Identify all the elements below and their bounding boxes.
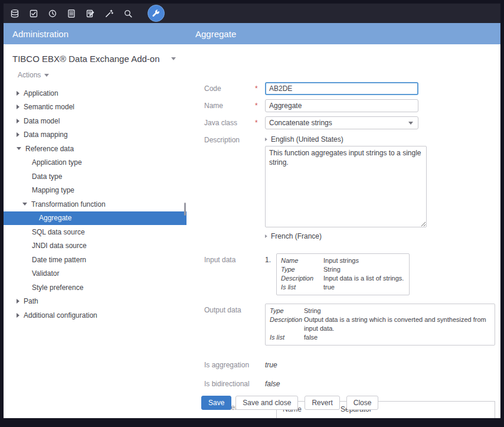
- locale-toggle-english[interactable]: English (United States): [265, 135, 427, 144]
- required-marker: *: [255, 99, 265, 110]
- input-data-label: Input data: [204, 253, 255, 264]
- locale-label: French (France): [271, 232, 322, 240]
- tree-item-label: Aggregate: [39, 214, 71, 222]
- sidebar-scrollbar[interactable]: [184, 203, 186, 216]
- tree-item-label: Style preference: [32, 283, 83, 292]
- body: TIBCO EBX® Data Exchange Add-on Actions …: [4, 44, 500, 418]
- field-row-java-class: Java class * Concatenate strings: [204, 116, 500, 129]
- app-frame: Administration Aggregate TIBCO EBX® Data…: [0, 0, 504, 427]
- tree-item-style-preference[interactable]: Style preference: [4, 281, 186, 295]
- chevron-down-icon: [408, 122, 413, 125]
- tree-item-label: Semantic model: [24, 103, 74, 111]
- tree-item-label: Date time pattern: [32, 256, 86, 264]
- tree-item-mapping-type[interactable]: Mapping type: [4, 184, 186, 198]
- save-button[interactable]: Save: [201, 396, 231, 410]
- search-icon[interactable]: [122, 7, 135, 20]
- tree-item-data-model[interactable]: Data model: [4, 114, 186, 128]
- app-window: Administration Aggregate TIBCO EBX® Data…: [4, 4, 500, 418]
- chevron-down-icon: [22, 203, 27, 206]
- kv-value: Input data is a list of strings.: [323, 274, 404, 283]
- chevron-right-icon: [265, 234, 267, 238]
- tree-item-label: Application type: [32, 158, 82, 167]
- tree-item-jndi-data-source[interactable]: JNDI data source: [4, 239, 186, 253]
- magic-wand-icon[interactable]: [103, 7, 116, 20]
- tree-item-label: Application: [24, 89, 58, 97]
- tree-item-application[interactable]: Application: [4, 86, 186, 100]
- checklist-icon[interactable]: [27, 7, 40, 20]
- tree-item-label: Path: [24, 297, 38, 305]
- required-marker: *: [255, 116, 265, 127]
- tree-item-label: Reference data: [25, 145, 74, 153]
- chevron-right-icon: [265, 138, 267, 141]
- kv-key: Description: [281, 274, 323, 283]
- page-header: Administration Aggregate: [4, 23, 500, 44]
- revert-button[interactable]: Revert: [305, 396, 339, 410]
- field-row-description: Description English (United States) This…: [204, 133, 500, 240]
- clock-icon[interactable]: [46, 7, 59, 20]
- chevron-down-icon[interactable]: [171, 57, 176, 60]
- field-row-name: Name *: [204, 99, 500, 112]
- database-icon[interactable]: [8, 7, 21, 20]
- tree-item-path[interactable]: Path: [4, 295, 186, 309]
- tree-item-label: Validator: [32, 269, 59, 278]
- top-toolbar: [4, 4, 500, 23]
- page-title: Aggregate: [186, 23, 500, 44]
- close-button[interactable]: Close: [346, 396, 379, 410]
- chevron-right-icon: [17, 313, 19, 318]
- tree-item-semantic-model[interactable]: Semantic model: [4, 100, 186, 115]
- input-data-table: NameInput strings TypeString Description…: [276, 253, 410, 295]
- tree-item-aggregate[interactable]: Aggregate: [4, 211, 186, 226]
- document-edit-icon[interactable]: [84, 7, 97, 20]
- description-english-textarea[interactable]: This function aggregates input strings t…: [265, 146, 427, 227]
- tree-item-reference-data[interactable]: Reference data: [4, 142, 186, 156]
- tree-item-data-mapping[interactable]: Data mapping: [4, 128, 186, 142]
- kv-value: String: [323, 265, 341, 274]
- save-and-close-button[interactable]: Save and close: [235, 396, 298, 410]
- chevron-down-icon: [44, 74, 49, 77]
- tree-item-date-time-pattern[interactable]: Date time pattern: [4, 253, 186, 267]
- record-form: Code * Name * Java class * Concatenate s…: [186, 44, 500, 418]
- output-data-label: Output data: [204, 304, 255, 314]
- wrench-icon[interactable]: [148, 5, 165, 22]
- kv-key: Description: [270, 315, 304, 333]
- kv-value: String: [304, 307, 321, 315]
- tree-item-label: SQL data source: [32, 228, 85, 236]
- code-input[interactable]: [265, 82, 418, 95]
- chevron-right-icon: [17, 105, 19, 109]
- form-button-bar: Save Save and close Revert Close: [201, 396, 378, 410]
- is-bidirectional-value: false: [265, 377, 280, 388]
- field-row-input-data: Input data 1. NameInput strings TypeStri…: [204, 253, 500, 295]
- java-class-select[interactable]: Concatenate strings: [265, 116, 418, 129]
- kv-value: false: [304, 333, 318, 342]
- document-icon[interactable]: [65, 7, 78, 20]
- java-class-value: Concatenate strings: [269, 119, 332, 127]
- code-label: Code: [204, 82, 255, 93]
- tree-item-application-type[interactable]: Application type: [4, 156, 186, 170]
- chevron-right-icon: [17, 299, 19, 304]
- is-aggregation-value: true: [265, 358, 277, 369]
- tree-item-label: Mapping type: [32, 186, 74, 194]
- name-input[interactable]: [265, 99, 418, 112]
- output-data-table: TypeString DescriptionOutput data is a s…: [265, 304, 495, 345]
- tree-item-validator[interactable]: Validator: [4, 267, 186, 281]
- tree-item-sql-data-source[interactable]: SQL data source: [4, 225, 186, 239]
- chevron-right-icon: [17, 132, 19, 137]
- actions-menu[interactable]: Actions: [18, 71, 186, 79]
- locale-toggle-french[interactable]: French (France): [265, 232, 427, 240]
- name-label: Name: [204, 99, 255, 110]
- field-row-is-bidirectional: Is bidirectional false: [204, 377, 500, 388]
- tree-item-transformation-function[interactable]: Transformation function: [4, 197, 186, 211]
- tree-item-data-type[interactable]: Data type: [4, 170, 186, 184]
- tree-item-additional-configuration[interactable]: Additional configuration: [4, 308, 186, 322]
- sidebar-title-row[interactable]: TIBCO EBX® Data Exchange Add-on: [4, 44, 186, 64]
- kv-key: Type: [270, 307, 304, 315]
- tree-item-label: Transformation function: [31, 200, 106, 208]
- sidebar-title: TIBCO EBX® Data Exchange Add-on: [12, 54, 160, 64]
- chevron-right-icon: [17, 91, 19, 96]
- tree-item-label: Data mapping: [24, 131, 68, 139]
- locale-label: English (United States): [271, 135, 343, 144]
- description-label: Description: [204, 133, 255, 144]
- required-marker: *: [255, 82, 265, 93]
- field-row-output-data: Output data TypeString DescriptionOutput…: [204, 304, 500, 345]
- section-title-administration: Administration: [4, 23, 186, 44]
